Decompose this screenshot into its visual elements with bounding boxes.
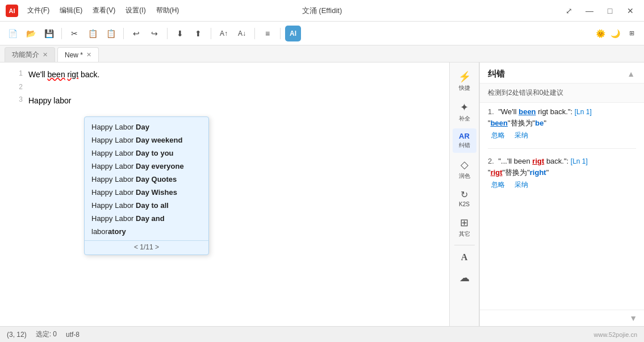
err-been-replace: been [491,119,508,127]
error-2-ignore[interactable]: 忽略 [491,181,505,189]
polish-icon: ◇ [461,159,469,171]
error-2-loc[interactable]: [Ln 1] [571,157,588,165]
side-btn-complete[interactable]: ✦ 补全 [453,98,476,126]
autocomplete-item-2[interactable]: Happy Labor Day to you [85,147,208,160]
editor-line-1: 1 We'll been rigt back. [11,68,438,81]
side-btn-cloud[interactable]: ☁ [453,268,476,287]
scroll-down-icon[interactable]: ▼ [628,312,638,324]
menu-settings[interactable]: 设置(I) [121,4,150,17]
font-icon: A [461,252,468,262]
tab-bar: 功能简介 ✕ New * ✕ [0,45,644,62]
save-btn[interactable]: 💾 [41,26,57,41]
line-num-3: 3 [11,94,23,103]
autocomplete-item-5[interactable]: Happy Labor Day Wishes [85,186,208,199]
undo-btn[interactable]: ↩ [128,26,144,41]
paste-btn[interactable]: 📋 [103,26,119,41]
menu-file[interactable]: 文件(F) [23,4,54,17]
error-1-num: 1. [488,107,494,116]
tab-intro-close[interactable]: ✕ [43,51,48,59]
right-panel-content: 1. "We'll been rigt back.": [Ln 1] "been… [480,103,644,310]
minimize-btn[interactable]: — [582,3,597,19]
error-1-text: "We'll [498,107,518,116]
side-btn-polish[interactable]: ◇ 润色 [453,155,476,183]
side-btn-correct-label: 纠错 [459,141,470,149]
error-2-accept[interactable]: 采纳 [515,181,528,189]
dark-theme-btn[interactable]: 🌙 [609,27,621,40]
restore-btn[interactable]: □ [602,3,618,19]
error-1-loc[interactable]: [Ln 1] [575,108,592,116]
font-larger-btn[interactable]: A↑ [216,26,232,41]
separator-6 [280,28,281,39]
main-layout: 1 We'll been rigt back. 2 3 Happy labor … [0,62,644,326]
side-btn-font[interactable]: A [453,249,476,266]
menu-help[interactable]: 帮助(H) [152,4,184,17]
scroll-up-icon[interactable]: ▲ [626,68,636,80]
tab-intro-label: 功能简介 [12,50,39,60]
correct-right: right [530,168,546,177]
side-separator [454,245,475,245]
new-file-btn[interactable]: 📄 [5,26,20,41]
tab-intro[interactable]: 功能简介 ✕ [5,47,55,62]
autocomplete-bold-1: Day weekend [136,136,182,144]
side-btn-complete-label: 补全 [459,115,470,123]
right-panel-subheader: 检测到2处错误和0处建议 [480,84,644,103]
statusbar: (3, 12) 选定: 0 utf-8 www.52pojie.cn [0,326,644,342]
autocomplete-bold-5: Day Wishes [136,188,177,197]
autocomplete-dropdown[interactable]: Happy Labor Day Happy Labor Day weekend … [84,116,209,255]
align2-btn[interactable]: ⬆ [190,26,206,41]
strikethrough-btn[interactable]: ≡ [260,26,275,41]
autocomplete-bold-0: Day [136,123,149,131]
close-btn[interactable]: ✕ [622,3,638,19]
err-rigt-highlight: rigt [532,157,544,165]
font-smaller-btn[interactable]: A↓ [234,26,250,41]
tab-new-label: New * [65,51,83,59]
maximize-restore-btn[interactable]: ⤢ [561,3,577,19]
tab-new[interactable]: New * ✕ [57,47,99,62]
autocomplete-item-7[interactable]: Happy Labor Day and [85,212,208,225]
error-item-2: 2. "...'ll been rigt back.": [Ln 1] "rig… [488,157,636,198]
align-btn[interactable]: ⬇ [172,26,188,41]
menu-view[interactable]: 查看(V) [88,4,120,17]
ai-btn[interactable]: AI [285,26,301,41]
open-btn[interactable]: 📂 [23,26,39,41]
autocomplete-bold-6: Day to all [136,201,169,210]
side-btn-k2s[interactable]: ↻ K2S [453,186,476,211]
error-1-context: 1. "We'll been rigt back.": [Ln 1] [488,107,636,116]
copy-btn[interactable]: 📋 [85,26,101,41]
autocomplete-item-8[interactable]: laboratory [85,225,208,238]
side-btn-correct[interactable]: AR 纠错 [453,128,476,153]
cut-btn[interactable]: ✂ [66,26,82,41]
err-been: been [48,70,65,79]
autocomplete-item-6[interactable]: Happy Labor Day to all [85,199,208,212]
err-rigt-replace: rigt [491,168,503,177]
menu-edit[interactable]: 编辑(E) [55,4,87,17]
statusbar-selection: 选定: 0 [36,330,57,339]
autocomplete-item-1[interactable]: Happy Labor Day weekend [85,134,208,147]
line-num-2: 2 [11,82,23,91]
window-controls: ⤢ — □ ✕ [561,3,638,19]
tab-new-close[interactable]: ✕ [86,51,91,59]
editor-line-2: 2 [11,82,438,93]
editor-area[interactable]: 1 We'll been rigt back. 2 3 Happy labor … [0,62,450,326]
settings-btn[interactable]: ⊞ [624,26,639,41]
error-1-ignore[interactable]: 忽略 [491,131,505,139]
error-2-replace: "rigt"替换为"right" [488,168,636,178]
autocomplete-item-4[interactable]: Happy Labor Day Quotes [85,173,208,186]
cloud-icon: ☁ [459,272,470,284]
error-2-context: 2. "...'ll been rigt back.": [Ln 1] [488,157,636,165]
line-num-1: 1 [11,68,23,77]
watermark: www.52pojie.cn [594,331,637,338]
error-1-accept[interactable]: 采纳 [515,131,528,139]
right-panel-title: 纠错 [488,69,505,80]
redo-btn[interactable]: ↪ [147,26,162,41]
side-btn-quick[interactable]: ⚡ 快捷 [453,67,476,95]
right-panel-header: 纠错 ▲ [480,62,644,84]
autocomplete-item-3[interactable]: Happy Labor Day everyone [85,160,208,173]
autocomplete-bold-2: Day to you [136,149,173,157]
autocomplete-item-0[interactable]: Happy Labor Day [85,120,208,134]
line-content-1: We'll been rigt back. [28,68,438,81]
side-btn-other[interactable]: ⊞ 其它 [453,213,476,241]
light-theme-btn[interactable]: 🌞 [594,27,607,40]
autocomplete-nav[interactable]: < 1/11 > [85,240,208,251]
err-been-highlight: been [518,107,536,116]
